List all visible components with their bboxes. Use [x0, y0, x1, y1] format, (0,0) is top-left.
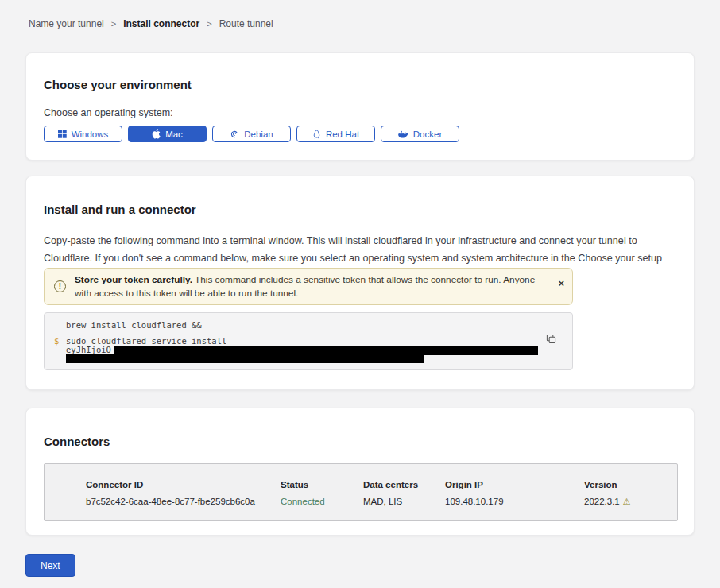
- data-centers-value: MAD, LIS: [363, 497, 445, 507]
- os-button-windows[interactable]: Windows: [44, 126, 122, 142]
- os-button-docker[interactable]: Docker: [381, 126, 459, 142]
- alert-circle-icon: !: [54, 280, 66, 292]
- install-command-code-block: brew install cloudflared && $ sudo cloud…: [44, 312, 573, 370]
- token-warning-banner: ! Store your token carefully. This comma…: [44, 268, 573, 305]
- header-origin-ip: Origin IP: [445, 480, 584, 489]
- connector-id-value: b7c52c42-6caa-48ee-8c77-fbe259cb6c0a: [86, 497, 281, 507]
- connectors-card-title: Connectors: [44, 435, 110, 448]
- redhat-icon: [312, 130, 321, 139]
- os-button-redhat[interactable]: Red Hat: [296, 126, 375, 142]
- copy-icon[interactable]: [546, 334, 556, 346]
- next-button[interactable]: Next: [25, 554, 75, 577]
- os-button-mac[interactable]: Mac: [128, 126, 207, 142]
- token-prefix: eyJhIjoiO: [66, 345, 111, 354]
- os-button-label: Debian: [244, 130, 273, 139]
- docker-icon: [398, 130, 408, 138]
- breadcrumb-separator: >: [111, 19, 116, 29]
- version-value: 2022.3.1⚠: [584, 497, 669, 507]
- table-row: b7c52c42-6caa-48ee-8c77-fbe259cb6c0a Con…: [86, 497, 669, 507]
- header-data-centers: Data centers: [363, 480, 445, 489]
- connectors-table-header: Connector ID Status Data centers Origin …: [86, 480, 669, 489]
- token-warning-text: Store your token carefully. This command…: [75, 273, 542, 300]
- windows-icon: [58, 130, 67, 138]
- os-button-label: Docker: [413, 130, 442, 139]
- apple-icon: [152, 129, 161, 139]
- code-line-brew: brew install cloudflared &&: [66, 320, 202, 330]
- choose-environment-card: Choose your environment Choose an operat…: [25, 52, 695, 161]
- breadcrumb-route-tunnel[interactable]: Route tunnel: [219, 18, 273, 29]
- header-connector-id: Connector ID: [86, 480, 281, 489]
- token-redaction-bar: [66, 354, 424, 363]
- header-status: Status: [281, 480, 363, 489]
- install-card-title: Install and run a connector: [44, 203, 196, 216]
- close-icon[interactable]: ×: [558, 278, 564, 288]
- header-version: Version: [584, 480, 669, 489]
- status-badge: Connected: [281, 497, 363, 507]
- os-button-label: Red Hat: [326, 130, 359, 139]
- install-connector-card: Install and run a connector Copy-paste t…: [25, 176, 695, 390]
- os-button-label: Mac: [165, 130, 183, 139]
- code-line-token: eyJhIjoiO: [66, 345, 538, 355]
- breadcrumb: Name your tunnel > Install connector > R…: [29, 18, 273, 29]
- connectors-table: Connector ID Status Data centers Origin …: [44, 463, 678, 521]
- shell-prompt: $: [54, 336, 59, 346]
- os-button-debian[interactable]: Debian: [212, 126, 291, 142]
- os-select-label: Choose an operating system:: [44, 107, 173, 118]
- environment-card-title: Choose your environment: [44, 78, 192, 91]
- token-redaction-bar: [114, 346, 538, 355]
- connectors-card: Connectors Connector ID Status Data cent…: [25, 408, 695, 536]
- debian-icon: [230, 130, 239, 139]
- breadcrumb-install-connector[interactable]: Install connector: [123, 18, 199, 29]
- os-button-label: Windows: [72, 130, 109, 139]
- warning-triangle-icon: ⚠: [623, 497, 631, 506]
- os-button-group: Windows Mac Debian Red Hat Docker: [44, 126, 459, 142]
- breadcrumb-separator: >: [207, 19, 211, 29]
- origin-ip-value: 109.48.10.179: [445, 497, 584, 507]
- breadcrumb-name-your-tunnel[interactable]: Name your tunnel: [29, 18, 104, 29]
